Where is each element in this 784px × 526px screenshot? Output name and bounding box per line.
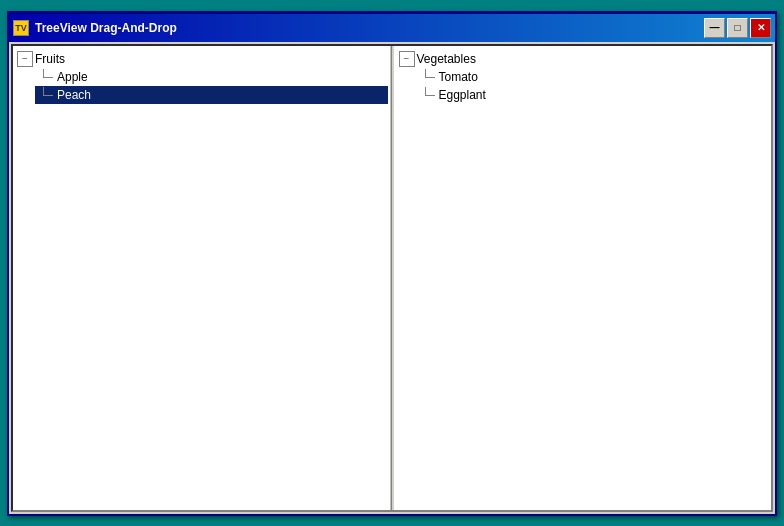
title-bar-buttons: — □ ✕ (704, 18, 771, 38)
peach-label: Peach (57, 88, 91, 102)
expand-icon-vegetables[interactable]: − (399, 51, 415, 67)
connector-eggplant (419, 87, 439, 103)
close-button[interactable]: ✕ (750, 18, 771, 38)
tree-leaf-tomato[interactable]: Tomato (417, 68, 770, 86)
tree-leaf-apple[interactable]: Apple (35, 68, 388, 86)
maximize-button[interactable]: □ (727, 18, 748, 38)
window-icon: TV (13, 20, 29, 36)
window-title: TreeView Drag-And-Drop (35, 21, 704, 35)
vegetables-children: Tomato Eggplant (397, 68, 770, 104)
apple-label: Apple (57, 70, 88, 84)
fruits-children: Apple Peach (15, 68, 388, 104)
eggplant-label: Eggplant (439, 88, 486, 102)
tree-node-fruits[interactable]: − Fruits (15, 50, 388, 68)
vegetables-label: Vegetables (417, 52, 476, 66)
expand-icon-fruits[interactable]: − (17, 51, 33, 67)
minimize-button[interactable]: — (704, 18, 725, 38)
content-area: − Fruits Apple Peach − (11, 44, 773, 512)
left-tree-panel[interactable]: − Fruits Apple Peach (13, 46, 391, 510)
tree-leaf-peach[interactable]: Peach (35, 86, 388, 104)
tomato-label: Tomato (439, 70, 478, 84)
tree-node-vegetables[interactable]: − Vegetables (397, 50, 770, 68)
title-bar: TV TreeView Drag-And-Drop — □ ✕ (9, 14, 775, 42)
connector-tomato (419, 69, 439, 85)
connector-apple (37, 69, 57, 85)
tree-leaf-eggplant[interactable]: Eggplant (417, 86, 770, 104)
right-tree-panel[interactable]: − Vegetables Tomato Eggplant (395, 46, 772, 510)
main-window: TV TreeView Drag-And-Drop — □ ✕ − Fruits… (7, 11, 777, 516)
connector-peach (37, 87, 57, 103)
fruits-label: Fruits (35, 52, 65, 66)
